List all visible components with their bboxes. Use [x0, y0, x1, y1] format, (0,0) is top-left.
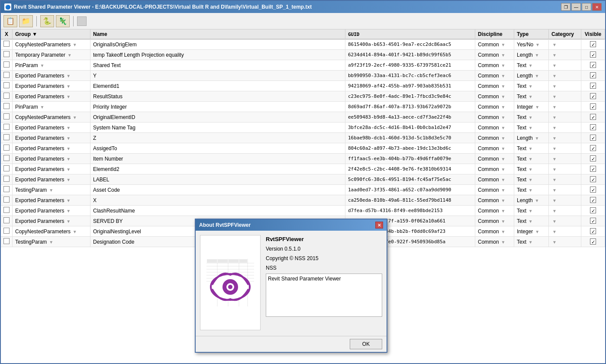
group-dropdown-arrow[interactable]: ▼ [39, 63, 45, 68]
group-dropdown-arrow[interactable]: ▼ [65, 94, 71, 99]
group-dropdown-arrow[interactable]: ▼ [48, 240, 53, 245]
type-dropdown-arrow[interactable]: ▼ [534, 229, 539, 234]
minimize-button[interactable]: — [571, 3, 581, 11]
group-dropdown-arrow[interactable]: ▼ [65, 177, 71, 182]
visible-checkbox[interactable]: ✓ [590, 135, 596, 141]
cell-visible[interactable]: ✓ [581, 237, 605, 247]
visible-checkbox[interactable]: ✓ [590, 166, 596, 172]
discipline-dropdown-arrow[interactable]: ▼ [500, 146, 506, 151]
toolbar-btn-1[interactable]: 📋 [3, 15, 17, 27]
visible-checkbox[interactable]: ✓ [590, 52, 596, 58]
discipline-dropdown-arrow[interactable]: ▼ [500, 126, 506, 130]
checkbox[interactable] [3, 113, 10, 119]
cell-visible[interactable]: ✓ [581, 174, 605, 185]
category-dropdown-arrow[interactable]: ▼ [552, 53, 557, 58]
checkbox[interactable] [3, 72, 10, 78]
checkbox[interactable] [3, 238, 10, 244]
category-dropdown-arrow[interactable]: ▼ [552, 136, 557, 141]
type-dropdown-arrow[interactable]: ▼ [527, 63, 533, 68]
close-button[interactable]: ✕ [592, 3, 602, 11]
visible-checkbox[interactable]: ✓ [590, 207, 596, 213]
category-dropdown-arrow[interactable]: ▼ [552, 115, 557, 120]
discipline-dropdown-arrow[interactable]: ▼ [500, 229, 506, 234]
cell-visible[interactable]: ✓ [581, 226, 605, 237]
visible-checkbox[interactable]: ✓ [590, 114, 596, 120]
cell-x[interactable] [1, 81, 13, 91]
checkbox[interactable] [3, 145, 10, 151]
checkbox[interactable] [3, 196, 10, 203]
checkbox[interactable] [3, 82, 10, 88]
visible-checkbox[interactable]: ✓ [590, 93, 596, 99]
group-dropdown-arrow[interactable]: ▼ [65, 209, 71, 213]
type-dropdown-arrow[interactable]: ▼ [534, 105, 539, 110]
col-header-name[interactable]: Name [90, 29, 345, 39]
cell-visible[interactable]: ✓ [581, 195, 605, 206]
cell-visible[interactable]: ✓ [581, 164, 605, 174]
category-dropdown-arrow[interactable]: ▼ [552, 84, 557, 89]
cell-x[interactable] [1, 112, 13, 122]
discipline-dropdown-arrow[interactable]: ▼ [500, 53, 506, 58]
type-dropdown-arrow[interactable]: ▼ [534, 136, 539, 141]
cell-x[interactable] [1, 71, 13, 81]
cell-x[interactable] [1, 216, 13, 226]
type-dropdown-arrow[interactable]: ▼ [527, 146, 533, 151]
dialog-close-button[interactable]: ✕ [375, 222, 383, 229]
cell-visible[interactable]: ✓ [581, 133, 605, 143]
type-dropdown-arrow[interactable]: ▼ [534, 42, 540, 47]
cell-x[interactable] [1, 185, 13, 195]
visible-checkbox[interactable]: ✓ [590, 124, 596, 130]
cell-visible[interactable]: ✓ [581, 81, 605, 91]
visible-checkbox[interactable]: ✓ [590, 145, 596, 151]
visible-checkbox[interactable]: ✓ [590, 155, 596, 161]
toolbar-btn-5[interactable] [77, 16, 87, 26]
cell-x[interactable] [1, 60, 13, 71]
about-dialog[interactable]: About RvtSPFViewer ✕ [195, 219, 387, 353]
group-dropdown-arrow[interactable]: ▼ [65, 84, 71, 89]
type-dropdown-arrow[interactable]: ▼ [534, 74, 539, 78]
cell-x[interactable] [1, 164, 13, 174]
col-header-type[interactable]: Type [514, 29, 549, 39]
group-dropdown-arrow[interactable]: ▼ [65, 136, 71, 141]
group-dropdown-arrow[interactable]: ▼ [65, 146, 71, 151]
cell-visible[interactable]: ✓ [581, 50, 605, 60]
cell-visible[interactable]: ✓ [581, 154, 605, 164]
visible-checkbox[interactable]: ✓ [590, 197, 596, 203]
visible-checkbox[interactable]: ✓ [590, 83, 596, 89]
toolbar-btn-2[interactable]: 📁 [19, 15, 33, 27]
toolbar-btn-4[interactable]: 🦎 [56, 15, 70, 27]
type-dropdown-arrow[interactable]: ▼ [527, 157, 533, 161]
cell-visible[interactable]: ✓ [581, 60, 605, 71]
restore-button[interactable]: ❐ [561, 3, 571, 11]
col-header-group[interactable]: Group ▼ [13, 29, 90, 39]
cell-x[interactable] [1, 206, 13, 216]
visible-checkbox[interactable]: ✓ [590, 218, 596, 224]
type-dropdown-arrow[interactable]: ▼ [527, 188, 533, 193]
discipline-dropdown-arrow[interactable]: ▼ [500, 63, 506, 68]
discipline-dropdown-arrow[interactable]: ▼ [500, 42, 506, 47]
cell-x[interactable] [1, 237, 13, 247]
cell-x[interactable] [1, 143, 13, 154]
category-dropdown-arrow[interactable]: ▼ [552, 74, 557, 78]
discipline-dropdown-arrow[interactable]: ▼ [500, 209, 506, 213]
cell-x[interactable] [1, 91, 13, 102]
group-dropdown-arrow[interactable]: ▼ [48, 188, 53, 193]
visible-checkbox[interactable]: ✓ [590, 41, 596, 47]
visible-checkbox[interactable]: ✓ [590, 72, 596, 78]
group-dropdown-arrow[interactable]: ▼ [65, 157, 71, 161]
discipline-dropdown-arrow[interactable]: ▼ [500, 115, 506, 120]
type-dropdown-arrow[interactable]: ▼ [527, 209, 533, 213]
group-dropdown-arrow[interactable]: ▼ [71, 42, 77, 47]
type-dropdown-arrow[interactable]: ▼ [527, 177, 533, 182]
cell-x[interactable] [1, 133, 13, 143]
cell-visible[interactable]: ✓ [581, 185, 605, 195]
category-dropdown-arrow[interactable]: ▼ [552, 94, 557, 99]
type-dropdown-arrow[interactable]: ▼ [527, 94, 533, 99]
group-dropdown-arrow[interactable]: ▼ [66, 53, 72, 58]
type-dropdown-arrow[interactable]: ▼ [527, 240, 533, 245]
discipline-dropdown-arrow[interactable]: ▼ [500, 177, 506, 182]
discipline-dropdown-arrow[interactable]: ▼ [500, 157, 506, 161]
checkbox[interactable] [3, 155, 10, 161]
cell-visible[interactable]: ✓ [581, 122, 605, 133]
toolbar-btn-3[interactable]: 🐍 [40, 15, 54, 27]
category-dropdown-arrow[interactable]: ▼ [552, 198, 557, 203]
